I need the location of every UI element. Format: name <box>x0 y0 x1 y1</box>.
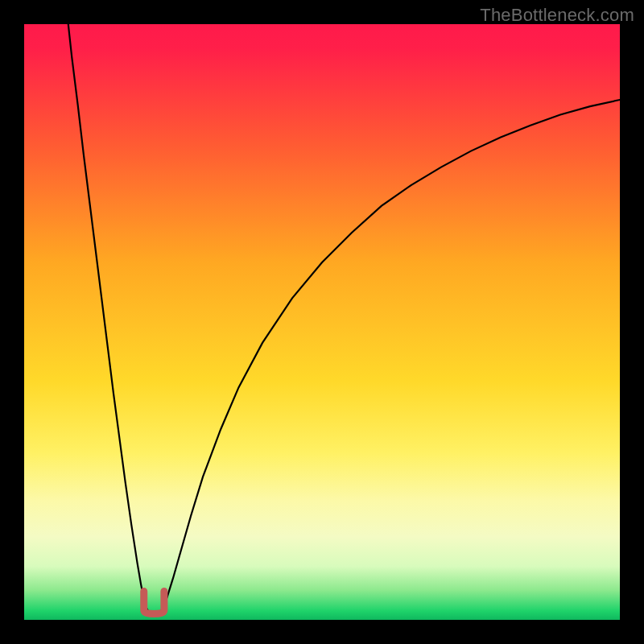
bottleneck-curve <box>68 24 620 615</box>
optimum-marker <box>144 591 164 613</box>
watermark-text: TheBottleneck.com <box>480 5 634 26</box>
curve-layer <box>24 24 620 620</box>
chart-frame: TheBottleneck.com <box>0 0 644 644</box>
plot-area <box>24 24 620 620</box>
